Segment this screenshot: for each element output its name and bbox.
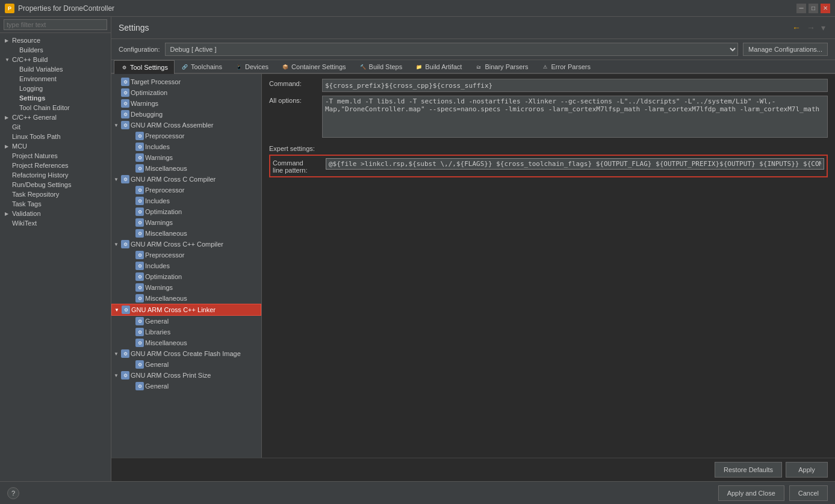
configuration-select[interactable]: Debug [ Active ] — [165, 43, 739, 56]
sidebar-item-label: Resource — [12, 37, 40, 44]
sidebar-item-mcu[interactable]: ▶ MCU — [0, 141, 111, 151]
tool-tree-optimization[interactable]: ⚙ Optimization — [111, 87, 261, 98]
sidebar-item-wiki-text[interactable]: WikiText — [0, 218, 111, 228]
sidebar-item-task-repository[interactable]: Task Repository — [0, 189, 111, 199]
sidebar-item-tool-chain-editor[interactable]: Tool Chain Editor — [0, 103, 111, 112]
sidebar-item-logging[interactable]: Logging — [0, 84, 111, 93]
tab-build-steps[interactable]: 🔨 Build Steps — [353, 60, 409, 73]
container-settings-tab-icon: 📦 — [282, 63, 289, 70]
manage-configurations-button[interactable]: Manage Configurations... — [743, 43, 828, 56]
apply-button[interactable]: Apply — [786, 462, 828, 478]
tool-tree-cpp-miscellaneous[interactable]: ⚙ Miscellaneous — [111, 293, 261, 304]
restore-defaults-button[interactable]: Restore Defaults — [715, 462, 782, 478]
c-optimization-icon: ⚙ — [135, 207, 144, 216]
tool-tree-cpp-includes[interactable]: ⚙ Includes — [111, 260, 261, 271]
tool-tree-gnu-arm-assembler[interactable]: ▼ ⚙ GNU ARM Cross Assembler — [111, 120, 261, 131]
tool-tree-linker-miscellaneous[interactable]: ⚙ Miscellaneous — [111, 337, 261, 348]
tool-tree-c-includes[interactable]: ⚙ Includes — [111, 195, 261, 206]
sidebar-item-refactoring-history[interactable]: Refactoring History — [0, 170, 111, 180]
command-line-input[interactable] — [326, 158, 824, 170]
tab-error-parsers-label: Error Parsers — [551, 63, 591, 70]
tab-error-parsers[interactable]: ⚠ Error Parsers — [535, 60, 597, 73]
sidebar-item-label: Build Variables — [19, 66, 63, 73]
tool-tree-gnu-arm-c-compiler[interactable]: ▼ ⚙ GNU ARM Cross C Compiler — [111, 174, 261, 185]
print-size-icon: ⚙ — [121, 371, 129, 380]
right-panel: Settings ← → ▾ Configuration: Debug [ Ac… — [111, 17, 835, 481]
tool-tree-cpp-optimization[interactable]: ⚙ Optimization — [111, 271, 261, 282]
settings-header: Settings ← → ▾ — [111, 17, 835, 39]
sidebar-item-project-natures[interactable]: Project Natures — [0, 151, 111, 161]
cancel-button[interactable]: Cancel — [789, 485, 828, 501]
tool-tree-asm-miscellaneous[interactable]: ⚙ Miscellaneous — [111, 163, 261, 174]
expert-settings-section: Expert settings: Commandline pattern: — [269, 145, 828, 177]
tool-tree-asm-includes[interactable]: ⚙ Includes — [111, 141, 261, 152]
tool-tree-target-processor[interactable]: ⚙ Target Processor — [111, 76, 261, 87]
tab-devices[interactable]: 📱 Devices — [229, 60, 275, 73]
command-line-label: Commandline pattern: — [273, 158, 321, 174]
window-title: Properties for DroneController — [18, 4, 796, 13]
sidebar-item-task-tags[interactable]: Task Tags — [0, 199, 111, 209]
sidebar-item-validation[interactable]: ▶ Validation — [0, 209, 111, 218]
tool-tree-c-preprocessor[interactable]: ⚙ Preprocessor — [111, 185, 261, 195]
tool-tree-gnu-arm-flash[interactable]: ▼ ⚙ GNU ARM Cross Create Flash Image — [111, 348, 261, 359]
all-options-textarea[interactable]: -T mem.ld -T libs.ld -T sections.ld -nos… — [322, 96, 828, 138]
sidebar-item-cpp-build[interactable]: ▼ C/C++ Build — [0, 55, 111, 64]
cpp-linker-icon: ⚙ — [122, 306, 130, 314]
tool-tree-c-miscellaneous[interactable]: ⚙ Miscellaneous — [111, 228, 261, 239]
sidebar-item-label: Environment — [19, 75, 57, 82]
tool-tree-c-optimization[interactable]: ⚙ Optimization — [111, 206, 261, 217]
sidebar-item-git[interactable]: Git — [0, 122, 111, 132]
sidebar-item-build-variables[interactable]: Build Variables — [0, 64, 111, 74]
nav-dropdown-button[interactable]: ▾ — [819, 22, 828, 34]
sidebar-item-resource[interactable]: ▶ Resource — [0, 35, 111, 45]
tool-tree-flash-general[interactable]: ⚙ General — [111, 359, 261, 370]
tab-binary-parsers-label: Binary Parsers — [485, 63, 528, 70]
tool-tree-asm-warnings[interactable]: ⚙ Warnings — [111, 152, 261, 163]
tool-tree-cpp-preprocessor[interactable]: ⚙ Preprocessor — [111, 250, 261, 260]
sidebar-item-project-references[interactable]: Project References — [0, 161, 111, 170]
help-button[interactable]: ? — [7, 487, 19, 499]
sidebar-item-label: WikiText — [12, 220, 37, 227]
tool-tree-cpp-warnings[interactable]: ⚙ Warnings — [111, 282, 261, 293]
sidebar-item-environment[interactable]: Environment — [0, 74, 111, 84]
tool-tree-warnings[interactable]: ⚙ Warnings — [111, 98, 261, 109]
tool-tree-gnu-arm-print-size[interactable]: ▼ ⚙ GNU ARM Cross Print Size — [111, 370, 261, 381]
forward-button[interactable]: → — [804, 22, 818, 34]
tool-tree-linker-libraries[interactable]: ⚙ Libraries — [111, 327, 261, 337]
build-artifact-tab-icon: 📁 — [415, 63, 423, 70]
c-compiler-icon: ⚙ — [121, 175, 129, 183]
sidebar-item-label: Linux Tools Path — [12, 133, 61, 140]
sidebar-item-settings[interactable]: Settings — [0, 93, 111, 103]
sidebar-item-label: C/C++ Build — [12, 56, 48, 63]
sidebar-item-run-debug-settings[interactable]: Run/Debug Settings — [0, 180, 111, 189]
asm-includes-icon: ⚙ — [135, 143, 144, 151]
devices-tab-icon: 📱 — [235, 63, 243, 70]
sidebar-item-label: Refactoring History — [12, 171, 69, 179]
close-button[interactable]: ✕ — [821, 4, 830, 13]
sidebar-item-builders[interactable]: Builders — [0, 45, 111, 55]
all-options-row: All options: -T mem.ld -T libs.ld -T sec… — [269, 96, 828, 138]
tool-tree-gnu-arm-cpp-linker[interactable]: ▼ ⚙ GNU ARM Cross C++ Linker — [111, 304, 261, 316]
sidebar-item-cpp-general[interactable]: ▶ C/C++ General — [0, 112, 111, 122]
tool-tree-debugging[interactable]: ⚙ Debugging — [111, 109, 261, 120]
tab-build-artifact[interactable]: 📁 Build Artifact — [409, 60, 468, 73]
tab-binary-parsers[interactable]: 🗂 Binary Parsers — [468, 60, 535, 73]
tool-tree-gnu-arm-cpp-compiler[interactable]: ▼ ⚙ GNU ARM Cross C++ Compiler — [111, 239, 261, 250]
minimize-button[interactable]: ─ — [796, 4, 806, 13]
apply-and-close-button[interactable]: Apply and Close — [718, 485, 784, 501]
tool-tree-linker-general[interactable]: ⚙ General — [111, 316, 261, 327]
filter-input[interactable] — [4, 19, 107, 30]
tab-toolchains[interactable]: 🔗 Toolchains — [175, 60, 229, 73]
tab-tool-settings[interactable]: ⚙ Tool Settings — [114, 60, 175, 74]
tool-tree-print-general[interactable]: ⚙ General — [111, 381, 261, 392]
sidebar-item-label: Settings — [19, 94, 45, 102]
back-button[interactable]: ← — [790, 22, 803, 34]
tool-tree-asm-preprocessor[interactable]: ⚙ Preprocessor — [111, 131, 261, 141]
maximize-button[interactable]: □ — [809, 4, 818, 13]
footer-bar: ? Apply and Close Cancel — [0, 481, 835, 504]
sidebar-item-label: Git — [12, 123, 20, 131]
sidebar-item-linux-tools-path[interactable]: Linux Tools Path — [0, 132, 111, 141]
tool-tree-c-warnings[interactable]: ⚙ Warnings — [111, 217, 261, 228]
command-input[interactable] — [322, 79, 828, 92]
tab-container-settings[interactable]: 📦 Container Settings — [275, 60, 353, 73]
